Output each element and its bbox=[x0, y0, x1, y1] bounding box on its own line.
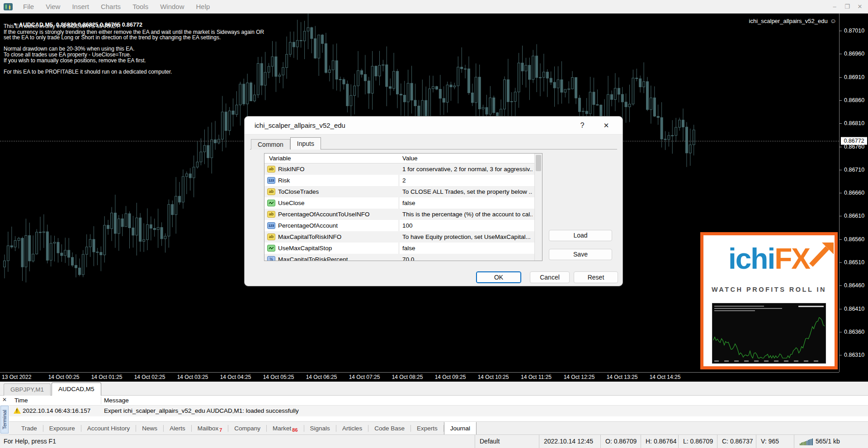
time-tick-label: 14 Oct 05:25 bbox=[263, 374, 294, 380]
terminal-tab-company[interactable]: Company bbox=[228, 422, 266, 435]
menu-file[interactable]: File bbox=[17, 0, 40, 14]
table-row[interactable]: ½MaxCapitalToRiskPercent70.0 bbox=[264, 254, 534, 261]
param-type-string-icon: ab bbox=[267, 211, 275, 218]
journal-message: Expert ichi_scalper_allpairs_v52_edu AUD… bbox=[104, 406, 299, 416]
terminal-tab-trade[interactable]: Trade bbox=[15, 422, 43, 435]
status-profile-name: Default bbox=[475, 435, 539, 448]
banner-chart-thumbnail bbox=[712, 303, 826, 364]
tab-label: Code Base bbox=[374, 425, 405, 432]
terminal-tab-mailbox[interactable]: Mailbox7 bbox=[192, 422, 228, 435]
status-high-price: H: 0.86764 bbox=[641, 435, 678, 448]
tab-label: Account History bbox=[87, 425, 130, 432]
dialog-tab-common[interactable]: Common bbox=[251, 139, 290, 149]
price-tick-mark bbox=[840, 239, 842, 240]
table-row[interactable]: UseMaxCapitalStopfalse bbox=[264, 243, 534, 254]
param-value[interactable]: false bbox=[402, 243, 533, 254]
param-value[interactable]: false bbox=[402, 197, 533, 209]
menu-help[interactable]: Help bbox=[190, 0, 216, 14]
chart-tab-gbpjpy-m1[interactable]: GBPJPY,M1 bbox=[4, 383, 51, 396]
reset-button[interactable]: Reset bbox=[574, 271, 618, 283]
dialog-titlebar[interactable]: ichi_scalper_allpairs_v52_edu ? ✕ bbox=[245, 117, 623, 135]
menu-view[interactable]: View bbox=[40, 0, 66, 14]
menu-window[interactable]: Window bbox=[154, 0, 190, 14]
menu-charts[interactable]: Charts bbox=[95, 0, 127, 14]
param-type-string-icon: ab bbox=[267, 166, 275, 173]
journal-time: 2022.10.14 06:43:16.157 bbox=[23, 406, 90, 416]
table-row[interactable]: abPercentageOfAccountToUseINFOThis is th… bbox=[264, 209, 534, 220]
logo-arrow-icon bbox=[807, 242, 835, 270]
terminal-tab-code-base[interactable]: Code Base bbox=[368, 422, 410, 435]
table-row[interactable]: abToCloseTradesTo CLOSE ALL Trades, set … bbox=[264, 186, 534, 197]
menu-tools[interactable]: Tools bbox=[127, 0, 154, 14]
terminal-table-header: Time Message bbox=[9, 396, 868, 406]
terminal-close-button[interactable]: ✕ bbox=[1, 396, 8, 403]
ok-button[interactable]: OK bbox=[476, 271, 521, 283]
minimize-button[interactable]: – bbox=[828, 0, 841, 14]
tab-label: Articles bbox=[342, 425, 362, 432]
time-axis: 13 Oct 202214 Oct 00:2514 Oct 01:2514 Oc… bbox=[0, 372, 839, 382]
param-name: MaxCapitalToRiskINFO bbox=[278, 231, 341, 243]
table-row[interactable]: 123PercentageOfAccount100 bbox=[264, 220, 534, 231]
terminal-tab-alerts[interactable]: Alerts bbox=[164, 422, 191, 435]
column-header-time: Time bbox=[14, 396, 28, 406]
ea-comment-line: set the EA to only trade Long or Short i… bbox=[4, 35, 264, 41]
cancel-button[interactable]: Cancel bbox=[530, 271, 570, 283]
terminal-tab-market[interactable]: Market86 bbox=[267, 422, 304, 435]
terminal-tab-news[interactable]: News bbox=[136, 422, 163, 435]
terminal-tab-account-history[interactable]: Account History bbox=[81, 422, 136, 435]
window-controls: –❐✕ bbox=[828, 0, 866, 14]
status-help-text: For Help, press F1 bbox=[4, 435, 56, 448]
param-value[interactable]: 2 bbox=[402, 175, 533, 186]
param-value[interactable]: 1 for conservative, 2 for normal, 3 for … bbox=[402, 163, 533, 175]
journal-row[interactable]: 2022.10.14 06:43:16.157 Expert ichi_scal… bbox=[9, 406, 868, 416]
table-row[interactable]: abRiskINFO1 for conservative, 2 for norm… bbox=[264, 163, 534, 175]
menu-insert[interactable]: Insert bbox=[66, 0, 95, 14]
price-tick-label: 0.86360 bbox=[844, 329, 864, 335]
column-header-value: Value bbox=[402, 154, 418, 163]
dialog-help-button[interactable]: ? bbox=[576, 119, 589, 132]
time-tick-label: 14 Oct 06:25 bbox=[306, 374, 337, 380]
table-row[interactable]: UseClosefalse bbox=[264, 197, 534, 209]
price-tick-mark bbox=[840, 332, 842, 332]
terminal-tab-experts[interactable]: Experts bbox=[411, 422, 443, 435]
dialog-tab-inputs[interactable]: Inputs bbox=[290, 137, 321, 149]
tab-label: Signals bbox=[310, 425, 330, 432]
param-value[interactable]: To have Equity protection, set UseMaxCap… bbox=[402, 231, 533, 243]
save-button[interactable]: Save bbox=[549, 249, 612, 260]
param-type-string-icon: ab bbox=[267, 188, 275, 195]
traffic-text: 565/1 kb bbox=[816, 435, 840, 448]
close-button[interactable]: ✕ bbox=[854, 0, 866, 14]
param-value[interactable]: 100 bbox=[402, 220, 533, 231]
ea-comment-line: If you wish to manually close positions,… bbox=[4, 58, 264, 64]
param-value[interactable]: 70.0 bbox=[402, 254, 533, 261]
tab-badge: 7 bbox=[219, 427, 222, 433]
price-tick-mark bbox=[840, 54, 842, 54]
load-button[interactable]: Load bbox=[549, 230, 612, 241]
table-scrollbar[interactable] bbox=[534, 154, 542, 261]
param-value[interactable]: To CLOSE ALL Trades, set the property be… bbox=[402, 186, 533, 197]
ea-name-label: ichi_scalper_allpairs_v52_edu☺ bbox=[749, 17, 836, 24]
terminal-tab-journal[interactable]: Journal bbox=[444, 422, 476, 435]
price-tick-label: 0.86810 bbox=[844, 120, 864, 126]
dialog-title: ichi_scalper_allpairs_v52_edu bbox=[255, 117, 345, 135]
time-tick-label: 13 Oct 2022 bbox=[2, 374, 31, 380]
ea-smiley-icon[interactable]: ☺ bbox=[830, 17, 836, 24]
terminal-tab-signals[interactable]: Signals bbox=[304, 422, 336, 435]
table-row[interactable]: 123Risk2 bbox=[264, 175, 534, 186]
chart-tab-audcad-m5[interactable]: AUDCAD,M5 bbox=[52, 383, 101, 396]
status-traffic: 565/1 kb bbox=[794, 435, 868, 448]
param-type-int-icon: 123 bbox=[267, 222, 275, 229]
terminal-tab-articles[interactable]: Articles bbox=[336, 422, 368, 435]
terminal-vertical-tab[interactable]: Terminal bbox=[0, 406, 9, 434]
tab-label: Company bbox=[234, 425, 260, 432]
restore-button[interactable]: ❐ bbox=[841, 0, 854, 14]
terminal-tab-exposure[interactable]: Exposure bbox=[43, 422, 81, 435]
status-server-time: 2022.10.14 12:45 bbox=[539, 435, 600, 448]
scrollbar-thumb[interactable] bbox=[536, 155, 541, 171]
time-tick-label: 14 Oct 12:25 bbox=[564, 374, 595, 380]
param-name: MaxCapitalToRiskPercent bbox=[278, 254, 348, 261]
dialog-close-button[interactable]: ✕ bbox=[599, 119, 613, 132]
current-price-badge: 0.86772 bbox=[841, 137, 867, 145]
table-row[interactable]: abMaxCapitalToRiskINFOTo have Equity pro… bbox=[264, 231, 534, 243]
param-value[interactable]: This is the percentage (%) of the accoun… bbox=[402, 209, 533, 220]
